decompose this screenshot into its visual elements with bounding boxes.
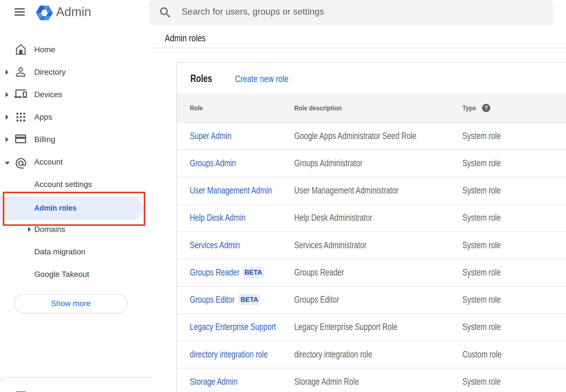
svg-text:?: ?: [484, 105, 488, 111]
